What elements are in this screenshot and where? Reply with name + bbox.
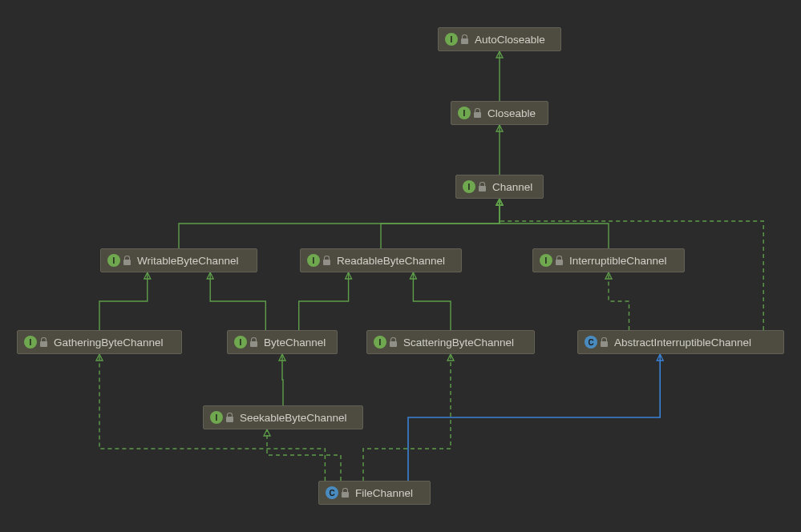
node-filechannel[interactable]: CFileChannel bbox=[318, 481, 431, 505]
interface-badge-icon: I bbox=[445, 33, 458, 46]
node-interruptible[interactable]: IInterruptibleChannel bbox=[532, 248, 685, 272]
lock-icon bbox=[461, 34, 468, 44]
edge-bytechannel-to-readable bbox=[299, 272, 349, 330]
interface-badge-icon: I bbox=[374, 336, 386, 349]
node-label: ReadableByteChannel bbox=[337, 255, 445, 267]
lock-icon bbox=[342, 488, 349, 498]
node-label: SeekableByteChannel bbox=[240, 412, 347, 424]
node-label: ScatteringByteChannel bbox=[403, 337, 514, 349]
node-label: GatheringByteChannel bbox=[54, 337, 164, 349]
lock-icon bbox=[40, 337, 47, 347]
node-autocloseable[interactable]: IAutoCloseable bbox=[438, 27, 561, 51]
edge-seekable-to-bytechannel bbox=[282, 354, 283, 405]
lock-icon bbox=[226, 413, 233, 422]
lock-icon bbox=[474, 108, 481, 118]
interface-badge-icon: I bbox=[234, 336, 247, 349]
node-seekable[interactable]: ISeekableByteChannel bbox=[203, 405, 363, 429]
lock-icon bbox=[479, 182, 486, 191]
lock-icon bbox=[390, 337, 397, 347]
edge-interruptible-to-channel bbox=[500, 199, 609, 248]
node-label: FileChannel bbox=[355, 487, 413, 499]
node-gathering[interactable]: IGatheringByteChannel bbox=[17, 330, 182, 354]
interface-badge-icon: I bbox=[107, 254, 120, 267]
diagram-canvas: { "colors": { "edge_solid": "#5f9e4a", "… bbox=[0, 0, 801, 532]
interface-badge-icon: I bbox=[24, 336, 37, 349]
node-label: ByteChannel bbox=[264, 337, 326, 349]
node-label: InterruptibleChannel bbox=[569, 255, 667, 267]
node-label: Channel bbox=[492, 181, 532, 193]
node-bytechannel[interactable]: IByteChannel bbox=[227, 330, 338, 354]
node-absinterrupt[interactable]: CAbstractInterruptibleChannel bbox=[577, 330, 784, 354]
node-readable[interactable]: IReadableByteChannel bbox=[300, 248, 462, 272]
node-label: AutoCloseable bbox=[475, 34, 545, 46]
edge-filechannel-to-seekable bbox=[267, 429, 341, 481]
class-badge-icon: C bbox=[585, 336, 597, 349]
lock-icon bbox=[323, 256, 330, 265]
interface-badge-icon: I bbox=[463, 180, 475, 193]
edge-writable-to-channel bbox=[179, 199, 500, 248]
node-writable[interactable]: IWritableByteChannel bbox=[100, 248, 257, 272]
edge-bytechannel-to-writable bbox=[210, 272, 265, 330]
lock-icon bbox=[556, 256, 563, 265]
node-closeable[interactable]: ICloseable bbox=[451, 101, 548, 125]
node-label: AbstractInterruptibleChannel bbox=[614, 337, 751, 349]
node-scattering[interactable]: IScatteringByteChannel bbox=[366, 330, 535, 354]
lock-icon bbox=[250, 337, 257, 347]
edge-scattering-to-readable bbox=[413, 272, 451, 330]
lock-icon bbox=[601, 337, 608, 347]
edge-gathering-to-writable bbox=[99, 272, 148, 330]
class-badge-icon: C bbox=[326, 486, 338, 499]
node-channel[interactable]: IChannel bbox=[455, 175, 544, 199]
interface-badge-icon: I bbox=[210, 411, 223, 424]
edge-readable-to-channel bbox=[381, 199, 500, 248]
edge-absinterrupt-to-interruptible bbox=[609, 272, 629, 330]
interface-badge-icon: I bbox=[540, 254, 552, 267]
edge-filechannel-to-scattering bbox=[363, 354, 451, 481]
lock-icon bbox=[123, 256, 131, 265]
interface-badge-icon: I bbox=[458, 107, 471, 119]
node-label: WritableByteChannel bbox=[137, 255, 239, 267]
edge-filechannel-to-absinterrupt bbox=[408, 354, 660, 481]
interface-badge-icon: I bbox=[307, 254, 320, 267]
node-label: Closeable bbox=[487, 107, 536, 119]
